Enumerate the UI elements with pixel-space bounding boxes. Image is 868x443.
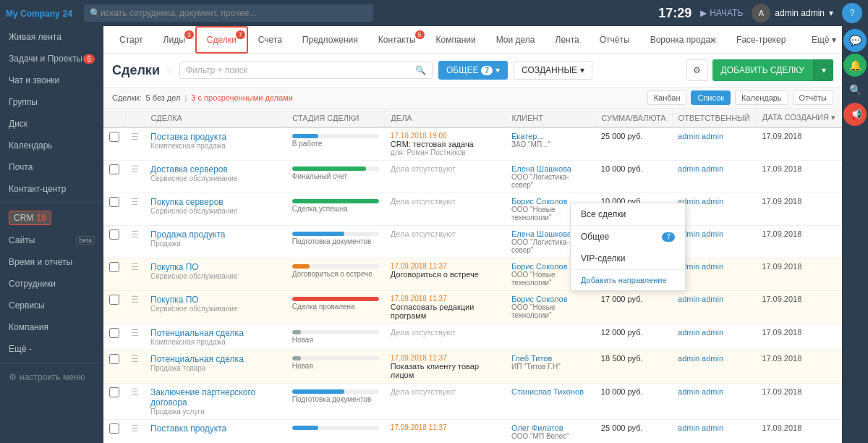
resp-link[interactable]: admin admin xyxy=(678,132,723,140)
sidebar-item-services[interactable]: Сервисы xyxy=(0,295,103,316)
row-checkbox[interactable] xyxy=(109,387,119,397)
search-icon-button[interactable]: 🔍 xyxy=(843,78,867,101)
sidebar-item-groups[interactable]: Группы xyxy=(0,91,103,113)
add-deal-button[interactable]: ДОБАВИТЬ СДЕЛКУ ▾ xyxy=(712,59,833,81)
deal-link[interactable]: Поставка продукта xyxy=(150,132,226,142)
row-checkbox[interactable] xyxy=(109,197,119,207)
client-link[interactable]: Борис Соколов xyxy=(511,197,568,206)
row-menu-icon[interactable]: ☰ xyxy=(131,229,139,240)
sidebar-item-calendar[interactable]: Календарь xyxy=(0,135,103,156)
sidebar-item-disk[interactable]: Диск xyxy=(0,113,103,135)
client-link[interactable]: Олег Филатов xyxy=(511,423,563,432)
row-menu-icon[interactable]: ☰ xyxy=(131,387,139,397)
client-link[interactable]: Елена Шашкова xyxy=(511,164,571,173)
row-checkbox[interactable] xyxy=(109,354,119,364)
row-menu-icon[interactable]: ☰ xyxy=(131,197,139,207)
deal-link[interactable]: Потенциальная сделка xyxy=(150,328,244,338)
row-checkbox[interactable] xyxy=(109,423,119,434)
sidebar-item-crm[interactable]: CRM 15 xyxy=(0,206,103,229)
user-menu[interactable]: A admin admin ▾ xyxy=(752,4,833,22)
sidebar-item-employees[interactable]: Сотрудники xyxy=(0,273,103,295)
alert-icon-button[interactable]: 📢 xyxy=(843,103,867,126)
tab-more[interactable]: Ещё ▾ xyxy=(812,35,836,45)
deal-link[interactable]: Заключение партнерского договора xyxy=(150,387,255,408)
sidebar-item-more[interactable]: Ещё - xyxy=(0,338,103,360)
deal-link[interactable]: Продажа продукта xyxy=(150,229,225,240)
tab-invoices[interactable]: Счета xyxy=(248,28,292,52)
row-menu-icon[interactable]: ☰ xyxy=(131,132,139,142)
client-link[interactable]: Глеб Титов xyxy=(511,354,552,363)
resp-link[interactable]: admin admin xyxy=(678,295,723,303)
created-dropdown[interactable]: СОЗДАННЫЕ ▾ xyxy=(514,61,592,80)
client-link[interactable]: Борис Соколов xyxy=(511,295,568,303)
tab-leads[interactable]: Лиды 3 xyxy=(153,28,195,52)
chat-icon-button[interactable]: 💬 xyxy=(843,29,867,52)
search-input[interactable] xyxy=(101,8,367,18)
dropdown-all-deals[interactable]: Все сделки xyxy=(571,203,685,225)
row-menu-icon[interactable]: ☰ xyxy=(131,328,139,338)
sidebar-item-time[interactable]: Время и отчеты xyxy=(0,251,103,273)
sidebar-item-feed[interactable]: Живая лента xyxy=(0,26,103,48)
row-checkbox[interactable] xyxy=(109,229,119,240)
sidebar-item-company[interactable]: Компания xyxy=(0,316,103,338)
start-button[interactable]: ▶ НАЧАТЬ xyxy=(700,8,743,18)
kanban-view-button[interactable]: Канбан xyxy=(647,90,687,105)
tab-deals[interactable]: Сделки 7 xyxy=(195,26,248,54)
tab-companies[interactable]: Компании xyxy=(426,28,486,52)
dropdown-general[interactable]: Общее 7 xyxy=(571,226,685,248)
deal-link[interactable]: Поставка продукта xyxy=(150,423,226,434)
resp-link[interactable]: admin admin xyxy=(678,164,723,173)
tab-funnel[interactable]: Воронка продаж xyxy=(640,28,726,52)
general-dropdown[interactable]: ОБЩЕЕ 7 ▾ xyxy=(438,61,508,80)
client-link[interactable]: Екатер... xyxy=(511,132,544,140)
row-menu-icon[interactable]: ☰ xyxy=(131,295,139,305)
deal-link[interactable]: Покупка ПО xyxy=(150,262,199,272)
tab-contacts[interactable]: Контакты 5 xyxy=(368,28,426,52)
notification-icon-button[interactable]: 🔔 xyxy=(843,54,867,77)
resp-link[interactable]: admin admin xyxy=(678,387,723,396)
client-link[interactable]: Елена Шашкова xyxy=(511,229,571,238)
tab-feed[interactable]: Лента xyxy=(545,28,590,52)
configure-menu-button[interactable]: ⚙ настроить меню xyxy=(0,366,103,388)
dropdown-vip[interactable]: VIP-сделки xyxy=(571,248,685,269)
deal-link[interactable]: Потенциальная сделка xyxy=(150,354,244,364)
client-link[interactable]: Станислав Тихонов xyxy=(511,387,584,396)
logo[interactable]: My Company 24 xyxy=(6,7,72,19)
row-checkbox[interactable] xyxy=(109,164,119,174)
row-checkbox[interactable] xyxy=(109,262,119,272)
settings-button[interactable]: ⚙ xyxy=(686,59,708,81)
resp-link[interactable]: admin admin xyxy=(678,423,723,432)
tab-reports[interactable]: Отчёты xyxy=(590,28,640,52)
list-view-button[interactable]: Список xyxy=(691,90,731,105)
row-checkbox[interactable] xyxy=(109,328,119,338)
client-link[interactable]: Борис Соколов xyxy=(511,262,568,271)
tab-mydeals[interactable]: Мои дела xyxy=(486,28,545,52)
tab-start[interactable]: Старт xyxy=(109,28,153,52)
add-deal-main[interactable]: ДОБАВИТЬ СДЕЛКУ xyxy=(712,59,813,81)
sidebar-item-tasks[interactable]: Задачи и Проекты 6 xyxy=(0,48,103,69)
row-menu-icon[interactable]: ☰ xyxy=(131,164,139,174)
resp-link[interactable]: admin admin xyxy=(678,328,723,337)
row-checkbox[interactable] xyxy=(109,132,119,142)
reports-view-button[interactable]: Отчёты xyxy=(793,90,833,105)
help-button[interactable]: ? xyxy=(842,3,862,23)
sidebar-item-mail[interactable]: Почта xyxy=(0,156,103,178)
row-menu-icon[interactable]: ☰ xyxy=(131,423,139,434)
favorite-icon[interactable]: ☆ xyxy=(166,65,174,75)
deal-link[interactable]: Доставка серверов xyxy=(150,164,228,174)
filter-search[interactable]: 🔍 xyxy=(179,62,433,79)
global-search[interactable]: 🔍 xyxy=(84,4,373,22)
add-deal-arrow[interactable]: ▾ xyxy=(813,59,833,81)
filter-input[interactable] xyxy=(186,65,412,75)
tab-proposals[interactable]: Предложения xyxy=(292,28,368,52)
sidebar-item-sites[interactable]: Сайты beta xyxy=(0,229,103,251)
deal-link[interactable]: Покупка ПО xyxy=(150,295,199,305)
dropdown-add-direction[interactable]: Добавить направление xyxy=(571,270,685,290)
sidebar-item-chat[interactable]: Чат и звонки xyxy=(0,69,103,91)
row-menu-icon[interactable]: ☰ xyxy=(131,354,139,364)
sidebar-item-contact-center[interactable]: Контакт-центр xyxy=(0,178,103,200)
calendar-view-button[interactable]: Календарь xyxy=(735,90,788,105)
resp-link[interactable]: admin admin xyxy=(678,354,723,363)
deal-link[interactable]: Покупка серверов xyxy=(150,197,224,207)
tab-face[interactable]: Face-трекер xyxy=(726,28,796,52)
